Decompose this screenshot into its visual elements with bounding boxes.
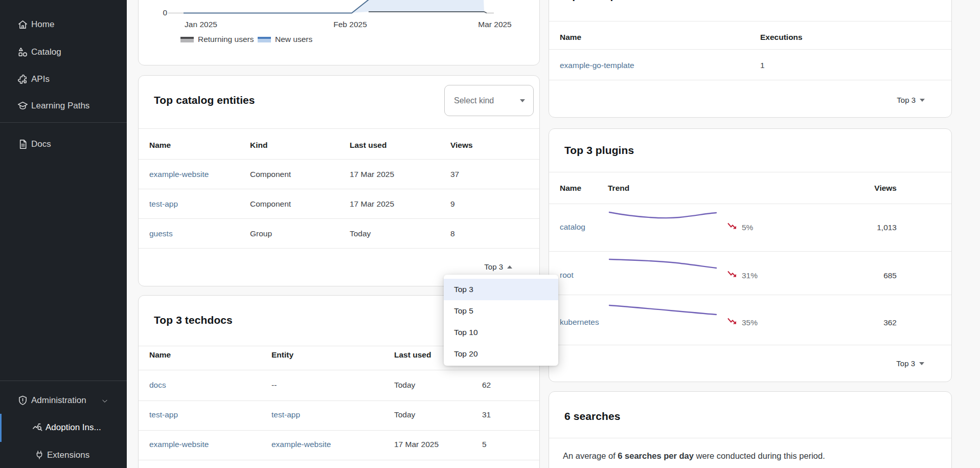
trend-delta: 31% xyxy=(742,271,758,280)
returning-users-swatch-icon xyxy=(180,37,194,42)
sidebar-item-learning-paths[interactable]: Learning Paths xyxy=(0,94,127,118)
techdoc-entity-link[interactable]: example-website xyxy=(271,440,331,449)
insights-icon xyxy=(32,422,43,434)
column-header-entity: Entity xyxy=(271,350,293,360)
sidebar-divider xyxy=(0,381,127,381)
column-header-last-used: Last used xyxy=(394,350,431,360)
menu-item-top-10[interactable]: Top 10 xyxy=(444,322,558,343)
apis-icon xyxy=(17,74,29,85)
docs-icon xyxy=(17,139,29,150)
card-title: 6 searches xyxy=(564,410,621,422)
menu-item-top-20[interactable]: Top 20 xyxy=(444,343,558,365)
sidebar: Home Catalog APIs Learning Paths Docs xyxy=(0,0,127,468)
menu-item-top-5[interactable]: Top 5 xyxy=(444,300,558,322)
caret-down-icon xyxy=(920,99,925,102)
plugin-name-link[interactable]: catalog xyxy=(560,222,585,232)
active-users-area-chart xyxy=(139,0,540,14)
top-n-select-value: Top 3 xyxy=(896,359,915,368)
legend-label: New users xyxy=(275,35,312,44)
plugin-name-link[interactable]: root xyxy=(560,271,574,280)
searches-summary-text: An average of 6 searches per day were co… xyxy=(563,451,825,461)
sidebar-item-label: Home xyxy=(31,19,54,30)
sidebar-item-administration[interactable]: Administration xyxy=(0,388,127,413)
summary-prefix: An average of xyxy=(563,451,618,460)
card-title: Top catalog entities xyxy=(154,94,255,106)
entity-kind: Group xyxy=(250,229,272,238)
techdoc-last-used: Today xyxy=(394,410,415,419)
top-n-select-value: Top 3 xyxy=(484,262,503,271)
top-catalog-entities-card: Top catalog entities Select kind Name Ki… xyxy=(138,75,540,286)
trend-delta: 35% xyxy=(742,318,758,327)
techdoc-views: 31 xyxy=(482,410,491,419)
active-users-chart-card: 0 Jan 2025 Feb 2025 Mar 2025 Returning u… xyxy=(138,0,540,65)
techdoc-views: 62 xyxy=(482,381,491,390)
column-header-views: Views xyxy=(450,141,473,150)
entity-name-link[interactable]: example-website xyxy=(149,170,209,179)
column-header-name: Name xyxy=(560,184,581,193)
sidebar-divider xyxy=(0,122,127,123)
column-header-trend: Trend xyxy=(608,184,629,193)
legend-returning-users: Returning users xyxy=(180,35,254,44)
top-plugins-card: Top 3 plugins Name Trend Views catalog 5… xyxy=(549,128,952,382)
caret-down-icon xyxy=(520,99,525,102)
techdoc-name-link[interactable]: docs xyxy=(149,381,166,390)
top-templates-card: Top 3 templates Name Executions example-… xyxy=(549,0,952,118)
top-n-select[interactable]: Top 3 xyxy=(484,262,512,271)
sidebar-item-apis[interactable]: APIs xyxy=(0,67,127,92)
entity-last-used: 17 Mar 2025 xyxy=(350,199,394,209)
techdoc-name-link[interactable]: example-website xyxy=(149,440,209,449)
entity-last-used: 17 Mar 2025 xyxy=(350,170,394,179)
techdoc-views: 5 xyxy=(482,440,487,449)
entity-kind: Component xyxy=(250,170,291,179)
plugin-views: 685 xyxy=(883,271,897,280)
top-n-select[interactable]: Top 3 xyxy=(896,359,924,368)
entity-views: 8 xyxy=(450,229,455,238)
column-header-views: Views xyxy=(874,184,897,193)
techdoc-entity-link[interactable]: test-app xyxy=(271,410,300,419)
techdoc-name-link[interactable]: test-app xyxy=(149,410,178,419)
sidebar-item-label: Administration xyxy=(31,395,86,406)
plugin-views: 1,013 xyxy=(877,223,897,232)
select-kind-dropdown[interactable]: Select kind xyxy=(444,85,534,116)
select-kind-placeholder: Select kind xyxy=(454,96,494,105)
column-header-executions: Executions xyxy=(760,33,803,42)
catalog-icon xyxy=(17,47,29,58)
x-axis-tick: Feb 2025 xyxy=(333,20,367,29)
card-title: Top 3 templates xyxy=(560,0,642,2)
column-header-name: Name xyxy=(149,141,171,150)
sidebar-item-catalog[interactable]: Catalog xyxy=(0,40,127,64)
searches-card: 6 searches An average of 6 searches per … xyxy=(549,391,952,468)
entity-last-used: Today xyxy=(350,229,371,238)
adoption-insights-page: Home Catalog APIs Learning Paths Docs xyxy=(0,0,980,468)
column-header-kind: Kind xyxy=(250,141,267,150)
sidebar-item-extensions[interactable]: Extensions xyxy=(0,443,127,467)
learning-paths-icon xyxy=(17,100,29,112)
techdoc-entity: -- xyxy=(271,381,277,390)
legend-label: Returning users xyxy=(198,35,254,44)
caret-down-icon xyxy=(919,362,924,365)
top-n-select[interactable]: Top 3 xyxy=(897,96,925,104)
home-icon xyxy=(17,19,29,31)
trend-delta: 5% xyxy=(742,223,753,232)
sidebar-item-adoption-insights[interactable]: Adoption Ins... xyxy=(0,415,127,440)
shield-icon xyxy=(17,395,29,407)
x-axis-tick: Jan 2025 xyxy=(185,20,217,29)
template-name-link[interactable]: example-go-template xyxy=(560,61,634,70)
sidebar-item-label: Docs xyxy=(31,139,51,149)
trend-sparkline xyxy=(608,254,718,274)
techdoc-last-used: 17 Mar 2025 xyxy=(394,440,439,449)
sidebar-item-home[interactable]: Home xyxy=(0,12,127,37)
legend-new-users: New users xyxy=(258,35,312,44)
entity-name-link[interactable]: test-app xyxy=(149,199,178,209)
new-users-swatch-icon xyxy=(258,37,271,42)
plug-icon xyxy=(34,450,45,461)
menu-item-top-3[interactable]: Top 3 xyxy=(444,279,558,300)
sidebar-item-label: Catalog xyxy=(31,47,61,57)
top-n-menu-popover: Top 3 Top 5 Top 10 Top 20 xyxy=(444,275,558,366)
plugin-name-link[interactable]: kubernetes xyxy=(560,318,599,327)
entity-name-link[interactable]: guests xyxy=(149,229,173,238)
template-executions-value: 1 xyxy=(760,61,765,70)
card-title: Top 3 plugins xyxy=(564,144,634,157)
sidebar-item-docs[interactable]: Docs xyxy=(0,132,127,157)
entity-views: 9 xyxy=(450,199,455,209)
